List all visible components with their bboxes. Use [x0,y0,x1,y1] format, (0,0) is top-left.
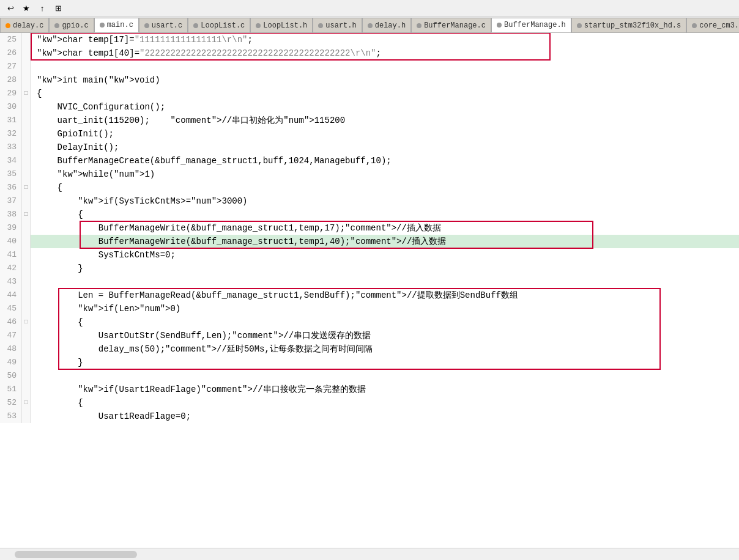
tab-usart-c[interactable]: usart.c [139,18,188,32]
code-content-52[interactable]: { [31,396,739,410]
code-content-42[interactable]: } [31,262,739,275]
code-content-28[interactable]: "kw">int main("kw">void) [31,73,739,87]
code-content-30[interactable]: NVIC_Configuration(); [31,100,739,114]
code-content-27[interactable] [31,60,739,73]
tab-main-c[interactable]: main.c [94,18,139,32]
line-number-26: 26 [0,46,22,60]
code-line-52: 52□ { [0,396,739,410]
code-line-32: 32 GpioInit(); [0,127,739,141]
line-number-44: 44 [0,289,22,302]
line-number-27: 27 [0,60,22,73]
code-content-44[interactable]: Len = BufferManageRead(&buff_manage_stru… [31,289,739,302]
code-line-39: 39 BufferManageWrite(&buff_manage_struct… [0,221,739,235]
fold-marker-45 [22,302,31,315]
code-line-43: 43 [0,275,739,289]
scrollbar-thumb[interactable] [15,551,137,558]
tab-core-cm3-h[interactable]: core_cm3.h [686,18,739,32]
fold-marker-25 [22,33,31,46]
line-number-46: 46 [0,315,22,329]
code-line-45: 45 "kw">if(Len>"num">0) [0,302,739,315]
code-line-26: 26"kw">char temp1[40]="22222222222222222… [0,46,739,60]
code-line-25: 25"kw">char temp[17]="1111111111111111\r… [0,33,739,46]
line-number-52: 52 [0,396,22,410]
toolbar-btn-star[interactable]: ★ [20,2,33,15]
toolbar-btn-undo[interactable]: ↩ [4,2,17,15]
toolbar-btn-grid[interactable]: ⊞ [51,2,65,15]
code-line-35: 35 "kw">while("num">1) [0,168,739,181]
fold-marker-29[interactable]: □ [22,87,31,100]
tab-delay-c[interactable]: delay.c [0,18,49,32]
code-content-31[interactable]: uart_init(115200); "comment">//串口初始化为"nu… [31,114,739,127]
tab-LoopList-h[interactable]: LoopList.h [250,18,313,32]
code-line-34: 34 BufferManageCreate(&buff_manage_struc… [0,154,739,168]
code-content-50[interactable] [31,369,739,383]
fold-marker-48 [22,342,31,356]
fold-marker-37 [22,194,31,208]
code-content-49[interactable]: } [31,356,739,369]
toolbar-btn-up[interactable]: ↑ [35,2,49,15]
fold-marker-50 [22,369,31,383]
toolbar: ↩ ★ ↑ ⊞ [0,0,739,17]
fold-marker-39 [22,221,31,235]
code-content-47[interactable]: UsartOutStr(SendBuff,Len);"comment">//串口… [31,329,739,342]
code-line-50: 50 [0,369,739,383]
code-content-48[interactable]: delay_ms(50);"comment">//延时50Ms,让每条数据之间有… [31,342,739,356]
code-content-36[interactable]: { [31,181,739,194]
code-content-26[interactable]: "kw">char temp1[40]="2222222222222222222… [31,46,739,60]
tab-delay-h[interactable]: delay.h [362,18,411,32]
code-content-41[interactable]: SysTickCntMs=0; [31,248,739,262]
fold-marker-38[interactable]: □ [22,208,31,221]
code-content-37[interactable]: "kw">if(SysTickCntMs>="num">3000) [31,194,739,208]
tab-BufferManage-h[interactable]: BufferManage.h [491,18,571,32]
code-line-44: 44 Len = BufferManageRead(&buff_manage_s… [0,289,739,302]
code-content-29[interactable]: { [31,87,739,100]
fold-marker-49 [22,356,31,369]
code-content-39[interactable]: BufferManageWrite(&buff_manage_struct1,t… [31,221,739,235]
horizontal-scrollbar[interactable] [0,548,739,560]
code-wrapper: 25"kw">char temp[17]="1111111111111111\r… [0,33,739,548]
tab-gpio-c[interactable]: gpio.c [49,18,94,32]
code-content-25[interactable]: "kw">char temp[17]="1111111111111111\r\n… [31,33,739,46]
code-line-37: 37 "kw">if(SysTickCntMs>="num">3000) [0,194,739,208]
code-content-35[interactable]: "kw">while("num">1) [31,168,739,181]
line-number-28: 28 [0,73,22,87]
line-number-36: 36 [0,181,22,194]
code-line-28: 28"kw">int main("kw">void) [0,73,739,87]
line-number-53: 53 [0,410,22,423]
line-number-41: 41 [0,248,22,262]
code-content-34[interactable]: BufferManageCreate(&buff_manage_struct1,… [31,154,739,168]
line-number-34: 34 [0,154,22,168]
code-line-53: 53 Usart1ReadFlage=0; [0,410,739,423]
code-content-53[interactable]: Usart1ReadFlage=0; [31,410,739,423]
line-number-31: 31 [0,114,22,127]
line-number-42: 42 [0,262,22,275]
code-content-32[interactable]: GpioInit(); [31,127,739,141]
fold-marker-46[interactable]: □ [22,315,31,329]
code-content-33[interactable]: DelayInit(); [31,141,739,154]
fold-marker-36[interactable]: □ [22,181,31,194]
code-line-49: 49 } [0,356,739,369]
code-content-46[interactable]: { [31,315,739,329]
code-line-33: 33 DelayInit(); [0,141,739,154]
tab-LoopList-c[interactable]: LoopList.c [188,18,250,32]
code-content-38[interactable]: { [31,208,739,221]
code-content-45[interactable]: "kw">if(Len>"num">0) [31,302,739,315]
fold-marker-52[interactable]: □ [22,396,31,410]
fold-marker-53 [22,410,31,423]
tab-usart-h[interactable]: usart.h [313,18,362,32]
line-number-43: 43 [0,275,22,289]
line-number-37: 37 [0,194,22,208]
line-number-35: 35 [0,168,22,181]
tab-startup-stm32f10x-hd-s[interactable]: startup_stm32f10x_hd.s [571,18,686,32]
code-line-38: 38□ { [0,208,739,221]
code-line-41: 41 SysTickCntMs=0; [0,248,739,262]
line-number-50: 50 [0,369,22,383]
tab-BufferManage-c[interactable]: BufferManage.c [411,18,491,32]
code-line-40: 40 BufferManageWrite(&buff_manage_struct… [0,235,739,248]
line-number-30: 30 [0,100,22,114]
code-content-40[interactable]: BufferManageWrite(&buff_manage_struct1,t… [31,235,739,248]
code-content-43[interactable] [31,275,739,289]
fold-marker-41 [22,248,31,262]
code-content-51[interactable]: "kw">if(Usart1ReadFlage)"comment">//串口接收… [31,383,739,396]
code-line-29: 29□{ [0,87,739,100]
